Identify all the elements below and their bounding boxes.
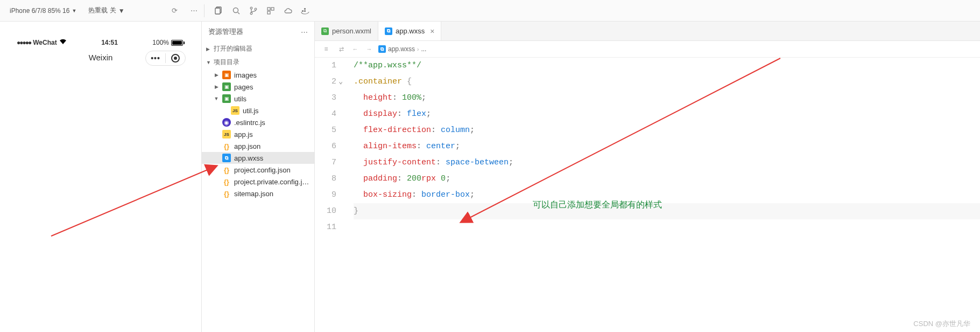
hot-reload-toggle[interactable]: 热重载 关 ▼	[84, 4, 129, 17]
chevron-right-icon: ▶	[214, 72, 219, 78]
file-app-json[interactable]: {} app.json	[202, 140, 314, 152]
cloud-icon[interactable]	[280, 3, 296, 19]
svg-rect-11	[304, 10, 306, 12]
tree-label: util.js	[243, 107, 259, 115]
file-sitemap-json[interactable]: {} sitemap.json	[202, 188, 314, 199]
list-icon[interactable]: ≡	[320, 43, 332, 55]
chevron-down-icon: ▼	[72, 8, 76, 13]
tree-label: app.js	[234, 130, 253, 139]
folder-utils[interactable]: ▼ ▣ utils	[202, 93, 314, 105]
phone-frame: ●●●●● WeChat 14:51 100% Weixin •••	[9, 37, 192, 66]
search-icon[interactable]	[228, 3, 244, 19]
carrier-label: WeChat	[33, 39, 57, 46]
file-explorer: 资源管理器 ⋯ ▶ 打开的编辑器 ▼ 项目目录 ▶ ▣ images ▶ ▣ p…	[202, 22, 315, 332]
json-file-icon: {}	[222, 165, 231, 174]
nav-forward-icon[interactable]: →	[364, 44, 374, 54]
code-token: flex-direction	[363, 126, 431, 135]
file-util-js[interactable]: JS util.js	[202, 105, 314, 116]
chevron-right-icon: ▶	[214, 84, 219, 89]
file-project-private-config[interactable]: {} project.private.config.js...	[202, 176, 314, 188]
tab-label: person.wxml	[332, 27, 371, 35]
docker-icon[interactable]	[297, 3, 313, 19]
file-project-config[interactable]: {} project.config.json	[202, 164, 314, 176]
section-label: 打开的编辑器	[214, 44, 252, 53]
svg-point-5	[250, 12, 252, 15]
tab-person-wxml[interactable]: ⧉ person.wxml	[315, 22, 378, 40]
phone-statusbar: ●●●●● WeChat 14:51 100%	[9, 37, 192, 49]
svg-rect-8	[271, 8, 274, 10]
code-token: space-between	[446, 158, 509, 167]
refresh-icon[interactable]: ⟳	[166, 3, 182, 19]
battery-icon	[171, 40, 185, 46]
tree-label: images	[234, 71, 257, 79]
branch-icon[interactable]	[245, 3, 262, 19]
svg-rect-7	[267, 8, 270, 10]
code-token: justify-content	[363, 158, 436, 167]
code-token: column	[441, 126, 470, 135]
code-token: center	[426, 142, 455, 151]
tree-label: app.json	[234, 142, 260, 150]
open-editors-section[interactable]: ▶ 打开的编辑器	[202, 42, 314, 56]
divider	[204, 4, 205, 17]
capsule-close-button[interactable]	[166, 51, 185, 65]
folder-icon: ▣	[222, 71, 231, 79]
code-token: display	[363, 109, 397, 119]
svg-rect-12	[304, 8, 306, 10]
tree-label: pages	[234, 83, 253, 91]
phone-navbar: Weixin •••	[9, 49, 192, 66]
nav-back-icon[interactable]: ←	[350, 44, 360, 54]
wxss-file-icon: ⧉	[385, 27, 392, 35]
json-file-icon: {}	[222, 189, 231, 198]
explorer-more-icon[interactable]: ⋯	[301, 28, 308, 36]
tab-label: app.wxss	[396, 27, 425, 35]
annotation-text: 可以自己添加想要全局都有的样式	[533, 199, 662, 211]
wxss-file-icon: ⧉	[378, 45, 386, 53]
simulator-panel: ●●●●● WeChat 14:51 100% Weixin •••	[0, 22, 202, 332]
hot-reload-label: 热重载 关	[88, 6, 116, 15]
folder-pages[interactable]: ▶ ▣ pages	[202, 81, 314, 93]
compare-icon[interactable]: ⇄	[336, 44, 346, 54]
close-icon[interactable]: ×	[430, 27, 434, 36]
project-root-section[interactable]: ▼ 项目目录	[202, 56, 314, 69]
code-content: /**app.wxss**/ .container { height: 100%…	[344, 58, 980, 332]
file-app-js[interactable]: JS app.js	[202, 128, 314, 140]
capsule-menu-button[interactable]: •••	[146, 51, 165, 65]
code-token: /**app.wxss**/	[354, 61, 421, 70]
code-token: 100%	[402, 93, 421, 102]
code-token: height	[363, 93, 392, 102]
device-selector[interactable]: iPhone 6/7/8 85% 16 ▼	[5, 5, 81, 17]
chevron-right-icon: ▶	[206, 46, 211, 52]
folder-icon: ▣	[222, 82, 231, 91]
chevron-down-icon: ▼	[118, 7, 125, 15]
tree-label: sitemap.json	[234, 190, 273, 198]
wxss-file-icon: ⧉	[222, 154, 231, 162]
files-icon[interactable]	[211, 3, 227, 19]
breadcrumb-bar: ≡ ⇄ ← → ⧉ app.wxss › ...	[315, 41, 980, 58]
breadcrumb[interactable]: ⧉ app.wxss › ...	[378, 45, 426, 53]
svg-rect-10	[302, 10, 304, 12]
explorer-title: 资源管理器	[208, 27, 243, 37]
json-file-icon: {}	[222, 177, 231, 186]
more-icon[interactable]: ⋯	[186, 3, 202, 19]
clock: 14:51	[101, 39, 118, 46]
editor-tabs: ⧉ person.wxml ⧉ app.wxss ×	[315, 22, 980, 41]
watermark: CSDN @亦世凡华	[913, 319, 970, 329]
extensions-icon[interactable]	[263, 3, 279, 19]
svg-point-2	[234, 8, 238, 12]
tab-app-wxss[interactable]: ⧉ app.wxss ×	[378, 22, 441, 40]
chevron-down-icon: ▼	[214, 96, 219, 101]
tree-label: project.private.config.js...	[234, 178, 310, 186]
tree-label: app.wxss	[234, 154, 263, 162]
svg-rect-9	[267, 11, 270, 14]
top-toolbar: iPhone 6/7/8 85% 16 ▼ 热重载 关 ▼ ⟳ ⋯	[0, 0, 980, 22]
folder-images[interactable]: ▶ ▣ images	[202, 69, 314, 81]
device-label: iPhone 6/7/8 85% 16	[10, 7, 69, 15]
chevron-down-icon: ▼	[206, 60, 211, 65]
code-token: rpx	[421, 174, 436, 183]
file-eslintrc[interactable]: ◉ .eslintrc.js	[202, 116, 314, 128]
code-editor[interactable]: 1 2 3 4 5 6 7 8 9 10 11 /**app.wxss**/ .…	[315, 58, 980, 332]
code-token: .container	[354, 77, 402, 86]
signal-icon: ●●●●●	[17, 39, 31, 46]
file-app-wxss[interactable]: ⧉ app.wxss	[202, 152, 314, 164]
svg-line-3	[238, 12, 239, 14]
